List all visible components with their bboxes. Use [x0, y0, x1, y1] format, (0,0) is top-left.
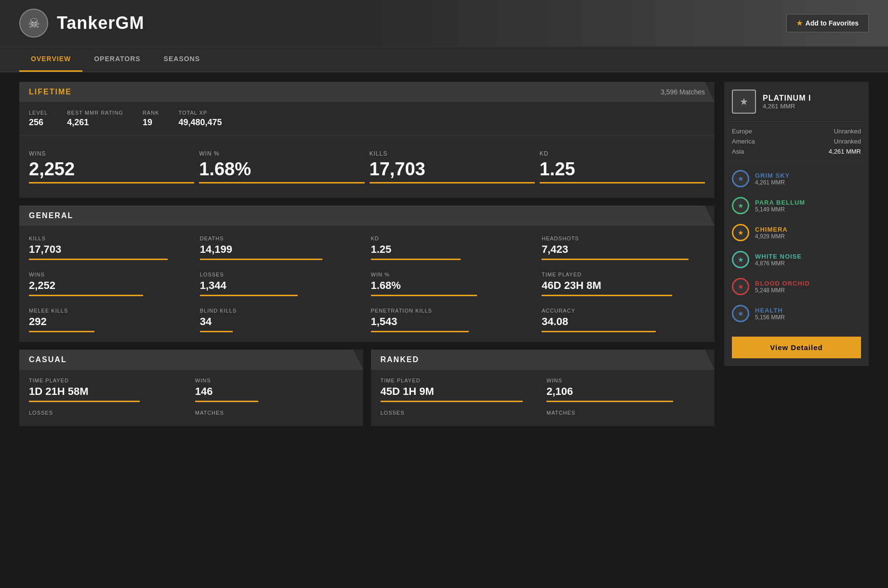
- region-name: Asia: [732, 148, 796, 155]
- general-stat-bar: [542, 295, 672, 296]
- season-name: GRIM SKY: [755, 172, 790, 179]
- general-stat-item: KILLS 17,703: [29, 235, 192, 260]
- level-value: 256: [29, 118, 48, 128]
- general-stat-label: WIN %: [371, 272, 534, 277]
- kills-big-value: 17,703: [370, 160, 535, 178]
- general-stat-bar: [371, 259, 461, 260]
- season-badge: ★: [732, 278, 749, 295]
- general-stat-value: 17,703: [29, 243, 192, 256]
- total-xp-stat: TOTAL XP 49,480,475: [178, 110, 222, 128]
- general-stat-label: WINS: [29, 272, 192, 277]
- header: ☠ TankerGM ★ Add to Favorites: [0, 0, 888, 47]
- season-item: ★ CHIMERA 4,929 MMR: [724, 219, 869, 246]
- header-left: ☠ TankerGM: [19, 9, 144, 38]
- general-stat-value: 14,199: [200, 243, 363, 256]
- region-stats: EuropeUnrankedAmericaUnrankedAsia4,261 M…: [724, 122, 869, 161]
- general-stat-item: TIME PLAYED 46D 23H 8M: [542, 272, 705, 296]
- avatar-icon: ☠: [28, 15, 40, 31]
- season-badge-icon: ★: [738, 256, 744, 263]
- season-badge-icon: ★: [738, 175, 744, 183]
- season-info: GRIM SKY 4,261 MMR: [755, 172, 790, 186]
- season-name: BLOOD ORCHID: [755, 280, 810, 287]
- season-name: WHITE NOISE: [755, 253, 802, 260]
- general-stat-bar: [371, 331, 469, 332]
- season-item: ★ BLOOD ORCHID 5,248 MMR: [724, 273, 869, 300]
- general-stat-item: ACCURACY 34.08: [542, 308, 705, 332]
- lifetime-header: LIFETIME 3,596 Matches: [19, 82, 715, 102]
- general-stat-item: BLIND KILLS 34: [200, 308, 363, 332]
- ranked-section: RANKED TIME PLAYED 45D 1H 9M WINS 2,106 …: [371, 350, 715, 426]
- nav-tabs: OVERVIEW OPERATORS SEASONS: [0, 47, 888, 72]
- general-stat-label: BLIND KILLS: [200, 308, 363, 314]
- rank-mmr: 4,261 MMR: [763, 103, 811, 110]
- ranked-losses-label: LOSSES: [381, 410, 539, 416]
- general-stat-item: LOSSES 1,344: [200, 272, 363, 296]
- general-stat-value: 2,252: [29, 279, 192, 292]
- general-stat-value: 34: [200, 315, 363, 328]
- win-pct-label: WIN %: [199, 150, 364, 157]
- casual-title: CASUAL: [29, 355, 67, 364]
- season-info: PARA BELLUM 5,149 MMR: [755, 199, 805, 213]
- season-mmr: 4,261 MMR: [755, 179, 790, 186]
- season-name: PARA BELLUM: [755, 199, 805, 206]
- rank-badge-icon: ★: [740, 96, 748, 107]
- view-detailed-button[interactable]: View Detailed: [732, 337, 861, 358]
- region-name: America: [732, 138, 796, 145]
- casual-stats-grid: TIME PLAYED 1D 21H 58M WINS 146 LOSSES: [19, 370, 363, 426]
- add-favorites-button[interactable]: ★ Add to Favorites: [786, 14, 869, 32]
- win-pct-value: 1.68%: [199, 160, 364, 178]
- casual-time-bar: [29, 401, 140, 402]
- general-stat-value: 34.08: [542, 315, 705, 328]
- general-stat-item: DEATHS 14,199: [200, 235, 363, 260]
- wins-bar: [29, 182, 194, 183]
- best-mmr-label: BEST MMR RATING: [67, 110, 123, 116]
- general-stat-bar: [29, 331, 94, 332]
- casual-wins: WINS 146: [195, 378, 354, 402]
- rank-name: PLATINUM I: [763, 94, 811, 103]
- region-name: Europe: [732, 128, 796, 135]
- general-stat-label: HEADSHOTS: [542, 235, 705, 241]
- general-stat-bar: [542, 331, 656, 332]
- general-stat-bar: [200, 259, 322, 260]
- general-stat-item: MELEE KILLS 292: [29, 308, 192, 332]
- general-stat-bar: [200, 295, 298, 296]
- casual-losses-label: LOSSES: [29, 410, 187, 416]
- season-item: ★ HEALTH 5,156 MMR: [724, 300, 869, 327]
- season-info: CHIMERA 4,929 MMR: [755, 226, 788, 240]
- season-item: ★ WHITE NOISE 4,876 MMR: [724, 246, 869, 273]
- general-stat-label: MELEE KILLS: [29, 308, 192, 314]
- region-value: 4,261 MMR: [796, 148, 861, 155]
- casual-losses: LOSSES: [29, 410, 187, 418]
- level-stat: LEVEL 256: [29, 110, 48, 128]
- season-info: BLOOD ORCHID 5,248 MMR: [755, 280, 810, 294]
- tab-overview[interactable]: OVERVIEW: [19, 47, 82, 72]
- casual-matches: MATCHES: [195, 410, 354, 418]
- rank-badge: ★: [732, 90, 756, 114]
- general-stat-item: WIN % 1.68%: [371, 272, 534, 296]
- casual-wins-bar: [195, 401, 259, 402]
- season-badge: ★: [732, 251, 749, 268]
- casual-header: CASUAL: [19, 350, 363, 370]
- season-name: HEALTH: [755, 307, 785, 314]
- general-stat-label: PENETRATION KILLS: [371, 308, 534, 314]
- ranked-matches: MATCHES: [546, 410, 705, 418]
- general-stat-label: DEATHS: [200, 235, 363, 241]
- season-badge: ★: [732, 197, 749, 214]
- main-content: LIFETIME 3,596 Matches LEVEL 256 BEST MM…: [0, 72, 888, 436]
- general-stat-item: KD 1.25: [371, 235, 534, 260]
- big-stats-row: WINS 2,252 WIN % 1.68% KILLS 17,703 KD 1…: [19, 135, 715, 198]
- ranked-wins-value: 2,106: [546, 385, 705, 398]
- season-badge-icon: ★: [738, 229, 744, 236]
- general-stat-item: WINS 2,252: [29, 272, 192, 296]
- season-mmr: 5,149 MMR: [755, 206, 805, 213]
- lifetime-section: LIFETIME 3,596 Matches LEVEL 256 BEST MM…: [19, 82, 715, 198]
- season-badge: ★: [732, 305, 749, 322]
- ranked-header: RANKED: [371, 350, 715, 370]
- lifetime-stats-row: LEVEL 256 BEST MMR RATING 4,261 RANK 19 …: [19, 102, 715, 135]
- season-badge: ★: [732, 224, 749, 241]
- tab-operators[interactable]: OPERATORS: [82, 47, 152, 72]
- tab-seasons[interactable]: SEASONS: [152, 47, 212, 72]
- right-panel: ★ PLATINUM I 4,261 MMR EuropeUnrankedAme…: [724, 82, 869, 366]
- season-mmr: 5,156 MMR: [755, 314, 785, 321]
- season-badge-icon: ★: [738, 202, 744, 209]
